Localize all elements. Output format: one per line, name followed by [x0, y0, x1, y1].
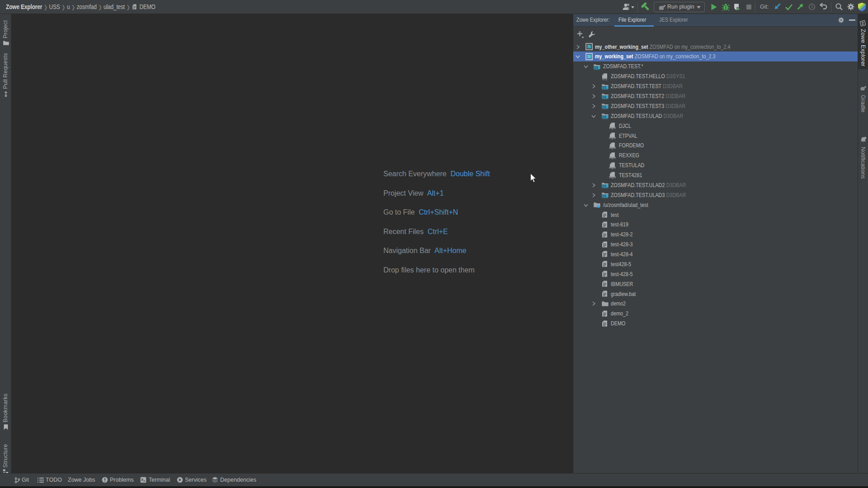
svg-text:DS: DS — [602, 95, 607, 99]
svg-text:DS: DS — [602, 105, 607, 108]
svg-text:DS: DS — [602, 85, 607, 89]
svg-text:DS: DS — [602, 115, 607, 118]
svg-text:DS: DS — [602, 184, 607, 188]
svg-text:DS: DS — [594, 66, 599, 69]
svg-text:DS: DS — [602, 194, 607, 197]
